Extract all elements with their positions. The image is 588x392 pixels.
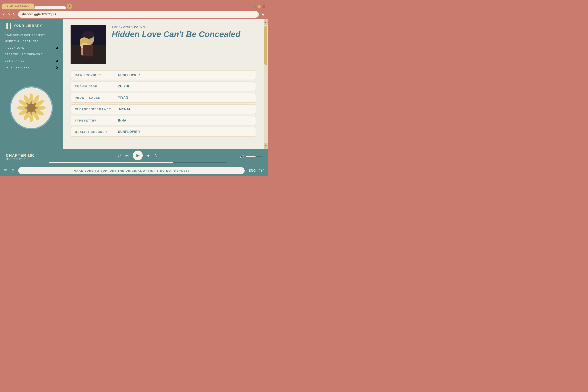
status-notice: MAKE SURE TO SUPPORT THE ORIGINAL ARTIST… — [18, 167, 244, 174]
scroll-down-button[interactable]: ▼ — [264, 143, 268, 149]
search-icon[interactable]: ⚲ — [11, 168, 14, 173]
sidebar-item-star-dream[interactable]: STAR DREAM IDOL PROJECT — [5, 32, 58, 38]
next-button[interactable]: ⏭ — [146, 153, 150, 158]
progress-bar[interactable] — [49, 162, 226, 163]
manga-header: SUNFLOWER PATCH Hidden Love Can't Be Con… — [70, 25, 256, 64]
close-button[interactable] — [262, 5, 266, 8]
scroll-up-button[interactable]: ▲ — [264, 19, 268, 25]
refresh-button[interactable]: ↻ — [12, 12, 16, 17]
svg-rect-43 — [87, 40, 88, 44]
svg-rect-29 — [72, 48, 73, 49]
minimize-button[interactable] — [253, 5, 256, 8]
svg-point-39 — [89, 38, 90, 40]
play-icon: ▶ — [136, 153, 140, 158]
status-bar: ☰ ⚲ MAKE SURE TO SUPPORT THE ORIGINAL AR… — [0, 165, 268, 176]
svg-point-26 — [94, 29, 94, 29]
sidebar-item-carp[interactable]: CARP WITH A THOUSAND E... — [5, 52, 58, 57]
tab-add-button[interactable]: + — [67, 4, 72, 9]
sidebar-item-more-than[interactable]: MORE THAN BROTHERS — [5, 38, 58, 44]
address-bar[interactable]: discord.gg/erG2zffq5G — [18, 11, 259, 18]
flower-icon: ✿ — [56, 66, 58, 70]
volume-bar[interactable] — [246, 156, 262, 158]
sidebar-item-hidden-love[interactable]: HIDDEN LOVE ✿ — [5, 45, 58, 51]
sunflower-logo — [17, 93, 46, 122]
sidebar-item-label: HIDDEN LOVE — [5, 46, 24, 49]
scrollbar: ▲ ▼ — [264, 19, 268, 149]
flower-icon: ✿ — [56, 46, 58, 50]
shuffle-button[interactable]: ⇄ — [118, 153, 121, 158]
browser-chrome: SUNFLOWER PATCH + < > ↻ discord.gg/erG2z… — [0, 0, 268, 19]
credit-value: INHA — [114, 116, 130, 125]
svg-rect-46 — [83, 45, 93, 56]
player-info: CHAPTER 100 MANGADEX/BATO — [6, 153, 45, 160]
sidebar-item-label: MORE THAN BROTHERS — [5, 40, 38, 43]
scroll-thumb[interactable] — [264, 26, 267, 65]
sidebar-item-label: STAR DREAM IDOL PROJECT — [5, 34, 45, 37]
sidebar-item-dear-dreamers[interactable]: DEAR DREAMERS ✿ — [5, 64, 58, 70]
credit-label: CLEANER/REDRAWER — [71, 105, 115, 114]
credit-label: TRANSLATOR — [71, 82, 114, 91]
credit-value: SUNFLOWER — [114, 70, 144, 80]
credit-label: QUALITY CHECKER — [71, 128, 114, 136]
manga-cover — [70, 25, 106, 64]
wifi-icon — [259, 168, 264, 173]
prev-button[interactable]: ⏮ — [125, 153, 129, 158]
player-source: MANGADEX/BATO — [6, 158, 45, 160]
language-label[interactable]: ENG — [248, 169, 256, 172]
svg-rect-30 — [76, 50, 77, 51]
sidebar: ▐▐ YOUR LIBRARY STAR DREAM IDOL PROJECT … — [0, 19, 63, 149]
window-controls — [253, 5, 266, 8]
nav-bar: < > ↻ discord.gg/erG2zffq5G ★ — [0, 10, 268, 19]
credit-row-proofreader: PROOFREADER YIYAN — [70, 93, 256, 103]
credit-row-cleaner: CLEANER/REDRAWER MYRACLE — [70, 104, 256, 114]
svg-point-23 — [74, 28, 75, 28]
maximize-button[interactable] — [258, 5, 261, 8]
svg-point-24 — [80, 30, 80, 30]
credit-value: SUNFLOWER — [114, 128, 144, 136]
sidebar-item-get-married[interactable]: GET MARRIED ✿ — [5, 58, 58, 64]
credit-row-typesetter: TYPESETTER INHA — [70, 116, 256, 126]
tab-label: SUNFLOWER PATCH — [6, 5, 30, 8]
sidebar-title: YOUR LIBRARY — [14, 24, 42, 28]
svg-rect-34 — [102, 50, 102, 51]
credit-value: YIYAN — [114, 93, 132, 102]
credit-row-translator: TRANSLATOR ZHIZHI — [70, 82, 256, 91]
manga-info: SUNFLOWER PATCH Hidden Love Can't Be Con… — [112, 25, 256, 64]
play-button[interactable]: ▶ — [133, 150, 143, 160]
forward-button[interactable]: > — [8, 12, 10, 17]
credit-row-quality: QUALITY CHECKER SUNFLOWER — [70, 127, 256, 137]
status-right: ENG — [248, 168, 264, 173]
bookmark-button[interactable]: ★ — [261, 12, 264, 17]
svg-point-28 — [102, 31, 102, 31]
menu-icon[interactable]: ☰ — [4, 168, 8, 173]
library-icon: ▐▐ — [5, 23, 11, 28]
svg-rect-33 — [98, 47, 98, 47]
sidebar-item-label: CARP WITH A THOUSAND E... — [5, 53, 46, 56]
sidebar-item-label: GET MARRIED — [5, 59, 24, 62]
svg-point-20 — [27, 104, 36, 112]
tab-active[interactable] — [34, 6, 66, 10]
manga-title: Hidden Love Can't Be Concealed — [112, 30, 256, 39]
credit-value: ZHIZHI — [114, 82, 133, 91]
credit-label: RAW PROVIDER — [71, 71, 114, 80]
repeat-button[interactable]: ↻ — [154, 153, 158, 158]
manga-group: SUNFLOWER PATCH — [112, 25, 256, 28]
svg-point-27 — [100, 26, 100, 27]
sidebar-list: STAR DREAM IDOL PROJECT MORE THAN BROTHE… — [0, 32, 63, 70]
back-button[interactable]: < — [3, 12, 6, 17]
volume-icon: 🔊 — [239, 154, 244, 159]
credits-table: RAW PROVIDER SUNFLOWER TRANSLATOR ZHIZHI… — [70, 70, 256, 137]
credit-row-raw: RAW PROVIDER SUNFLOWER — [70, 70, 256, 80]
progress-fill — [49, 162, 173, 163]
sidebar-item-label: DEAR DREAMERS — [5, 66, 30, 69]
content-area: SUNFLOWER PATCH Hidden Love Can't Be Con… — [63, 19, 264, 149]
credit-label: TYPESETTER — [71, 116, 114, 125]
tab-sunflower[interactable]: SUNFLOWER PATCH — [2, 4, 34, 10]
svg-rect-42 — [80, 40, 82, 45]
player-bar: CHAPTER 100 MANGADEX/BATO ⇄ ⏮ ▶ ⏭ ↻ 🔊 — [0, 149, 268, 165]
player-controls: ⇄ ⏮ ▶ ⏭ ↻ — [49, 150, 226, 163]
flower-icon: ✿ — [56, 59, 58, 62]
logo-circle — [10, 86, 53, 129]
main-layout: ▐▐ YOUR LIBRARY STAR DREAM IDOL PROJECT … — [0, 19, 268, 149]
player-chapter: CHAPTER 100 — [6, 153, 45, 158]
